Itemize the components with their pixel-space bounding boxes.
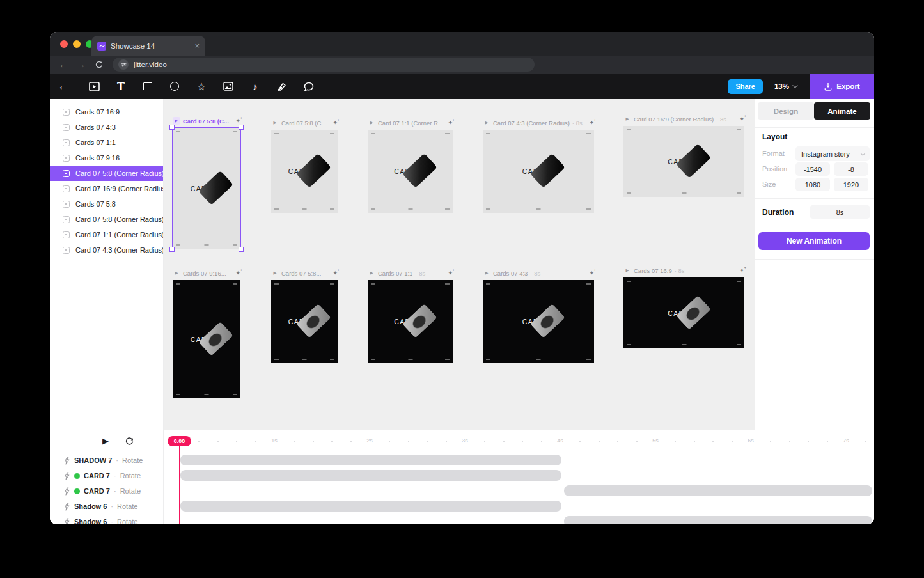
sparkle-plus-icon[interactable]: ✦+ [448,120,453,126]
tab-close-icon[interactable]: × [194,42,200,50]
artboard-title[interactable]: Cards 07 5:8... [281,270,321,277]
timeline-animation-bar[interactable] [180,470,561,481]
artboard-frame[interactable]: CARD [623,126,744,197]
artboard-frame[interactable]: CARD [483,130,594,213]
artboard[interactable]: ▶ Card 07 5:8 (C... ✦+ CARD [271,118,338,213]
sidebar-layer-item[interactable]: Card 07 16:9 (Corner Radius) [50,181,163,196]
zoom-level-dropdown[interactable]: 13% [774,82,796,90]
artboard-title[interactable]: Cards 07 4:3 [493,270,528,277]
rectangle-tool-icon[interactable] [142,81,153,92]
artboard-title[interactable]: Card 07 4:3 (Corner Radius) [493,120,570,127]
artboard[interactable]: ▶ Cards 07 1:1 · 8s ✦+ CARD [368,269,453,363]
artboard-title[interactable]: Card 07 5:8 (C... [183,118,229,125]
sparkle-plus-icon[interactable]: ✦+ [333,270,338,276]
ellipse-tool-icon[interactable] [169,81,180,92]
forward-icon[interactable]: → [77,59,86,70]
selection-handle[interactable] [169,247,175,252]
artboard-play-icon[interactable]: ▶ [483,119,490,127]
star-tool-icon[interactable]: ☆ [196,81,207,92]
artboard-play-icon[interactable]: ▶ [271,269,279,277]
sparkle-plus-icon[interactable]: ✦+ [739,116,744,122]
artboard[interactable]: ▶ Card 07 5:8 (C... ✦+ CARD [173,116,240,249]
playhead-line[interactable] [179,446,180,524]
artboard-title[interactable]: Cards 07 9:16... [183,270,226,277]
sparkle-plus-icon[interactable]: ✦+ [235,118,240,124]
position-x-input[interactable]: -1540 [795,162,830,176]
artboard[interactable]: ▶ Card 07 4:3 (Corner Radius) · 8s ✦+ CA… [483,118,594,213]
sidebar-layer-item[interactable]: Cards 07 9:16 [50,150,163,166]
timeline-animation-bar[interactable] [180,455,561,465]
selection-handle[interactable] [239,125,244,130]
artboard-play-icon[interactable]: ▶ [483,269,490,277]
sparkle-plus-icon[interactable]: ✦+ [448,270,453,276]
sidebar-layer-item[interactable]: Card 07 5:8 (Corner Radius) [50,212,163,227]
pen-tool-icon[interactable] [276,81,288,92]
sparkle-plus-icon[interactable]: ✦+ [235,270,240,276]
position-y-input[interactable]: -8 [834,162,868,176]
playhead-time[interactable]: 0.00 [168,436,191,446]
timeline-ruler-area[interactable]: 0.00 1s2s3s4s5s6s7s [164,430,874,524]
artboard-play-icon[interactable]: ▶ [173,117,180,125]
artboard[interactable]: ▶ Cards 07 9:16... ✦+ CARD [173,269,240,398]
tab-animate[interactable]: Animate [814,102,870,120]
timeline-track-label[interactable]: CARD 7 · Rotate [50,483,163,499]
video-frame-icon[interactable] [88,81,100,92]
artboard-frame[interactable]: CARD [173,128,240,249]
back-icon[interactable]: ← [59,59,68,70]
sidebar-layer-item[interactable]: Card 07 1:1 (Corner Radius) [50,227,163,242]
audio-tool-icon[interactable]: ♪ [249,81,261,92]
tab-design[interactable]: Design [758,102,814,120]
sidebar-layer-item[interactable]: Cards 07 4:3 [50,120,163,135]
timeline-track-label[interactable]: SHADOW 7 · Rotate [50,453,163,468]
export-button[interactable]: Export [810,74,874,99]
play-icon[interactable]: ▶ [102,436,109,446]
minimize-window-button[interactable] [73,40,81,48]
browser-tab[interactable]: Showcase 14 × [91,36,205,56]
sidebar-layer-item[interactable]: Cards 07 5:8 [50,196,163,212]
artboard-play-icon[interactable]: ▶ [368,269,375,277]
duration-input[interactable]: 8s [810,205,870,219]
artboard-play-icon[interactable]: ▶ [271,119,279,127]
timeline-animation-bar[interactable] [564,516,872,524]
selection-handle[interactable] [169,125,175,130]
artboard-frame[interactable]: CARD [368,280,453,363]
comment-icon[interactable] [303,81,315,92]
artboard-title[interactable]: Card 07 5:8 (C... [281,120,326,127]
text-tool-icon[interactable]: T [115,81,127,92]
artboard-frame[interactable]: CARD [368,130,453,213]
timeline-track-label[interactable]: Shadow 6 · Rotate [50,499,163,514]
sparkle-plus-icon[interactable]: ✦+ [739,268,744,274]
timeline-animation-bar[interactable] [564,485,872,496]
artboard-play-icon[interactable]: ▶ [368,119,375,127]
artboard-play-icon[interactable]: ▶ [173,269,180,277]
canvas[interactable]: ▶ Card 07 5:8 (C... ✦+ CARD ▶ Card 07 5:… [164,99,755,430]
close-window-button[interactable] [60,40,68,48]
image-tool-icon[interactable] [223,81,234,92]
back-to-dashboard-icon[interactable]: ← [58,81,69,92]
artboard-title[interactable]: Card 07 1:1 (Corner R... [378,120,443,127]
site-settings-icon[interactable] [118,59,129,70]
selection-handle[interactable] [239,247,244,252]
size-height-input[interactable]: 1920 [834,178,868,191]
sparkle-plus-icon[interactable]: ✦+ [589,120,594,126]
sidebar-layer-item[interactable]: Card 07 4:3 (Corner Radius) [50,242,163,258]
artboard-frame[interactable]: CARD [483,280,594,363]
artboard[interactable]: ▶ Card 07 16:9 (Corner Radius) · 8s ✦+ C… [623,114,744,197]
artboard-play-icon[interactable]: ▶ [623,115,631,123]
sparkle-plus-icon[interactable]: ✦+ [589,270,594,276]
share-button[interactable]: Share [728,79,763,94]
sparkle-plus-icon[interactable]: ✦+ [333,120,338,126]
artboard-title[interactable]: Card 07 16:9 (Corner Radius) [634,116,714,123]
artboard-frame[interactable]: CARD [271,280,338,363]
artboard-frame[interactable]: CARD [271,130,338,213]
timeline-track-label[interactable]: Shadow 6 · Rotate [50,514,163,524]
loop-icon[interactable] [125,436,134,448]
timeline-track-label[interactable]: CARD 7 · Rotate [50,468,163,483]
artboard[interactable]: ▶ Card 07 1:1 (Corner R... ✦+ CARD [368,118,453,213]
artboard-title[interactable]: Cards 07 1:1 [378,270,412,277]
artboard[interactable]: ▶ Cards 07 4:3 · 8s ✦+ CARD [483,269,594,363]
format-select[interactable]: Instagram story [795,146,870,161]
sidebar-layer-item[interactable]: Cards 07 1:1 [50,135,163,150]
artboard-title[interactable]: Cards 07 16:9 [634,267,672,274]
artboard-play-icon[interactable]: ▶ [623,267,631,274]
